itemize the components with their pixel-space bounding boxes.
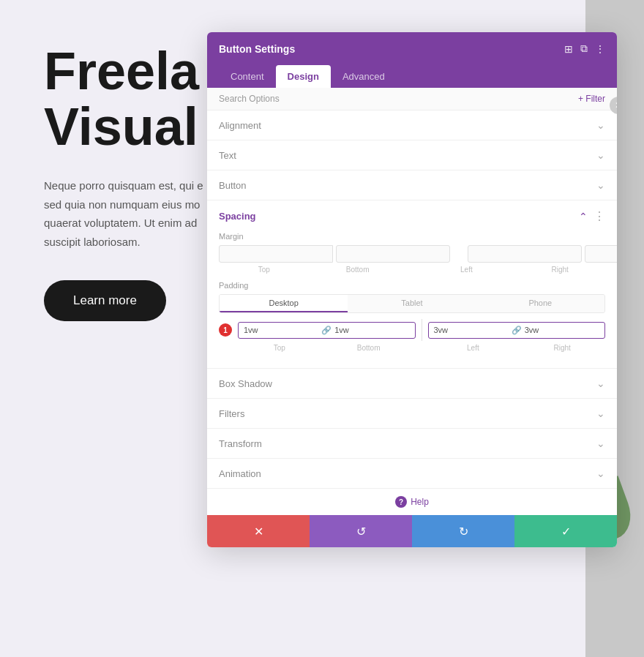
transform-arrow-icon: ⌄ bbox=[596, 438, 605, 449]
search-label: Search Options bbox=[219, 94, 280, 104]
search-bar: Search Options + Filter bbox=[207, 88, 617, 110]
padding-tab-phone[interactable]: Phone bbox=[476, 295, 604, 312]
margin-top-label: Top bbox=[219, 266, 310, 274]
alignment-label: Alignment bbox=[219, 120, 261, 131]
padding-top-label: Top bbox=[236, 344, 323, 352]
action-bar: ✕ ↺ ↻ ✓ bbox=[207, 515, 617, 547]
body-text: Neque porro quisquam est, qui e sed quia… bbox=[44, 176, 205, 251]
spacing-header: Spacing ⌃ ⋮ bbox=[207, 200, 617, 232]
margin-label: Margin bbox=[219, 232, 605, 241]
help-button[interactable]: ? Help bbox=[395, 496, 429, 508]
margin-labels-row: Top Bottom Left Right bbox=[219, 266, 605, 274]
tab-design[interactable]: Design bbox=[276, 65, 331, 88]
padding-right-input[interactable] bbox=[525, 326, 599, 334]
padding-left-input[interactable] bbox=[434, 326, 509, 334]
padding-device-tabs: Desktop Tablet Phone bbox=[219, 294, 605, 313]
margin-left-label: Left bbox=[422, 266, 512, 274]
help-label: Help bbox=[411, 497, 429, 507]
panel-header: Button Settings ⊞ ⧉ ⋮ bbox=[207, 32, 617, 65]
animation-section[interactable]: Animation ⌄ bbox=[207, 459, 617, 489]
text-arrow-icon: ⌄ bbox=[596, 149, 605, 161]
margin-lr-labels: Left Right bbox=[422, 266, 606, 274]
button-section[interactable]: Button ⌄ bbox=[207, 170, 617, 200]
help-circle-icon: ? bbox=[395, 496, 407, 508]
transform-label: Transform bbox=[219, 438, 262, 449]
button-section-label: Button bbox=[219, 180, 247, 191]
box-shadow-section[interactable]: Box Shadow ⌄ bbox=[207, 369, 617, 399]
more-options-icon[interactable]: ⋮ bbox=[595, 43, 605, 55]
padding-tb-labels: Top Bottom bbox=[236, 344, 412, 352]
padding-link-icon-right[interactable]: 🔗 bbox=[512, 326, 522, 335]
padding-top-input-group[interactable]: 🔗 bbox=[238, 322, 416, 339]
margin-inputs-row bbox=[219, 245, 605, 263]
responsive-icon[interactable]: ⊞ bbox=[564, 43, 573, 55]
redo-button[interactable]: ↻ bbox=[412, 515, 514, 547]
padding-label: Padding bbox=[219, 281, 605, 290]
margin-top-input[interactable] bbox=[219, 245, 333, 263]
reset-button[interactable]: ↺ bbox=[310, 515, 412, 547]
tab-advanced[interactable]: Advanced bbox=[331, 65, 397, 88]
panel-tabs: Content Design Advanced bbox=[207, 65, 617, 88]
padding-divider bbox=[422, 319, 422, 341]
animation-label: Animation bbox=[219, 468, 261, 479]
help-row: ? Help bbox=[207, 489, 617, 515]
spacing-body: Margin Top Bottom Left bbox=[207, 232, 617, 368]
spacing-more-icon[interactable]: ⋮ bbox=[594, 209, 605, 223]
padding-tab-desktop[interactable]: Desktop bbox=[220, 295, 348, 312]
filters-label: Filters bbox=[219, 408, 244, 419]
spacing-title: Spacing bbox=[219, 211, 256, 222]
numbered-indicator: 1 bbox=[219, 323, 232, 337]
panel-header-icons: ⊞ ⧉ ⋮ bbox=[564, 42, 605, 55]
padding-tab-tablet[interactable]: Tablet bbox=[348, 295, 476, 312]
tab-content[interactable]: Content bbox=[219, 65, 276, 88]
button-settings-panel: ✕ Button Settings ⊞ ⧉ ⋮ Content Design A… bbox=[207, 32, 617, 547]
panel-title: Button Settings bbox=[219, 43, 295, 55]
padding-top-input[interactable] bbox=[244, 326, 318, 334]
animation-arrow-icon: ⌄ bbox=[596, 468, 605, 479]
margin-right-input[interactable] bbox=[585, 245, 617, 263]
transform-section[interactable]: Transform ⌄ bbox=[207, 429, 617, 459]
alignment-section[interactable]: Alignment ⌄ bbox=[207, 110, 617, 140]
margin-bottom-input[interactable] bbox=[336, 245, 450, 263]
padding-link-icon-left[interactable]: 🔗 bbox=[321, 326, 332, 335]
padding-bottom-label: Bottom bbox=[326, 344, 412, 352]
spacing-section: Spacing ⌃ ⋮ Margin bbox=[207, 200, 617, 369]
text-section[interactable]: Text ⌄ bbox=[207, 140, 617, 170]
spacing-collapse-icon[interactable]: ⌃ bbox=[579, 211, 588, 222]
margin-tb-labels: Top Bottom bbox=[219, 266, 403, 274]
margin-top-bottom-pair bbox=[219, 245, 450, 263]
margin-bottom-label: Bottom bbox=[312, 266, 403, 274]
text-label: Text bbox=[219, 150, 236, 161]
padding-right-label: Right bbox=[519, 344, 605, 352]
padding-left-label: Left bbox=[430, 344, 517, 352]
page-content: FreelaVisual Neque porro quisquam est, q… bbox=[0, 0, 234, 350]
padding-inputs-row: 1 🔗 🔗 bbox=[219, 319, 605, 341]
margin-right-label: Right bbox=[514, 266, 605, 274]
page-heading: FreelaVisual bbox=[44, 44, 205, 154]
padding-lr-labels: Left Right bbox=[430, 344, 606, 352]
button-arrow-icon: ⌄ bbox=[596, 179, 605, 191]
box-shadow-label: Box Shadow bbox=[219, 378, 272, 389]
padding-left-input-group[interactable]: 🔗 bbox=[428, 322, 606, 339]
filters-arrow-icon: ⌄ bbox=[596, 408, 605, 419]
save-button[interactable]: ✓ bbox=[514, 515, 617, 547]
filters-section[interactable]: Filters ⌄ bbox=[207, 399, 617, 429]
margin-left-right-pair bbox=[468, 245, 617, 263]
padding-labels-row: Top Bottom Left Right bbox=[236, 344, 605, 352]
spacing-header-controls: ⌃ ⋮ bbox=[579, 209, 605, 223]
alignment-arrow-icon: ⌄ bbox=[596, 119, 605, 131]
cancel-button[interactable]: ✕ bbox=[207, 515, 310, 547]
layout-icon[interactable]: ⧉ bbox=[580, 42, 588, 55]
padding-bottom-input[interactable] bbox=[334, 326, 409, 334]
filter-button[interactable]: + Filter bbox=[578, 94, 605, 104]
box-shadow-arrow-icon: ⌄ bbox=[596, 378, 605, 389]
margin-left-input[interactable] bbox=[468, 245, 582, 263]
learn-more-button[interactable]: Learn more bbox=[44, 280, 166, 321]
